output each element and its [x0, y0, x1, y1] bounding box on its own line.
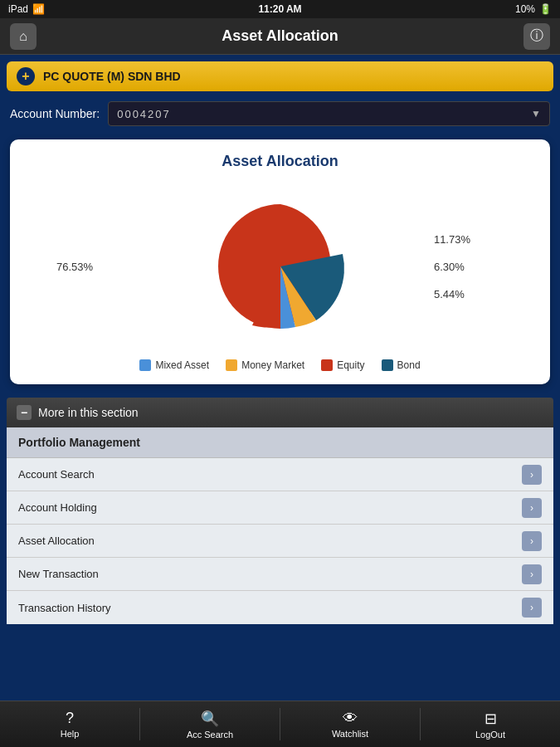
account-search-label: Account Search — [18, 468, 95, 481]
chart-card: Asset Allocation 76.53% — [10, 139, 550, 384]
tab-acc-search[interactable]: 🔍 Acc Search — [140, 701, 280, 747]
legend-label-bond: Bond — [397, 359, 421, 371]
transaction-history-label: Transaction History — [18, 602, 111, 614]
chevron-right-icon: › — [522, 465, 542, 485]
money-market-percent-label: 6.30% — [434, 261, 470, 273]
chart-title: Asset Allocation — [23, 153, 537, 170]
pie-chart-svg — [197, 192, 363, 341]
legend-mixed-asset: Mixed Asset — [139, 359, 209, 371]
battery-icon: 🔋 — [539, 3, 552, 15]
account-number: 0004207 — [117, 108, 171, 120]
portfolio-item-account-holding[interactable]: Account Holding › — [7, 491, 553, 525]
portfolio-item-transaction-history[interactable]: Transaction History › — [7, 591, 553, 624]
status-right: 10% 🔋 — [515, 3, 552, 15]
legend-color-equity — [321, 359, 333, 371]
pie-label-left: 76.53% — [56, 261, 93, 273]
company-name: PC QUOTE (M) SDN BHD — [43, 70, 181, 83]
tab-logout[interactable]: ⊟ LogOut — [421, 701, 560, 747]
logout-icon: ⊟ — [485, 710, 497, 728]
tab-acc-search-label: Acc Search — [187, 730, 233, 740]
legend-color-money-market — [226, 359, 237, 371]
account-label: Account Number: — [10, 107, 100, 120]
portfolio-section: Portfolio Management Account Search › Ac… — [7, 427, 553, 624]
home-button[interactable]: ⌂ — [10, 23, 37, 50]
account-holding-label: Account Holding — [18, 501, 97, 514]
equity-percent-label: 76.53% — [56, 261, 93, 273]
add-icon: + — [17, 67, 35, 85]
legend-color-bond — [382, 359, 393, 371]
tab-watchlist-label: Watchlist — [332, 729, 368, 739]
legend-label-mixed-asset: Mixed Asset — [155, 359, 209, 371]
pie-chart-area: 76.53% 11.73% 6.30% 5.44% — [23, 183, 537, 349]
legend-bond: Bond — [382, 359, 421, 371]
page-title: Asset Allocation — [37, 27, 523, 45]
info-icon: ⓘ — [530, 27, 543, 45]
tab-help[interactable]: ? Help — [0, 701, 139, 747]
more-section-label: More in this section — [38, 406, 139, 419]
chevron-right-icon-5: › — [522, 598, 542, 618]
info-button[interactable]: ⓘ — [523, 23, 550, 50]
mixed-asset-percent-label: 5.44% — [434, 288, 470, 300]
chart-container: Asset Allocation 76.53% — [0, 133, 560, 391]
bottom-tab-bar: ? Help 🔍 Acc Search 👁 Watchlist ⊟ LogOut — [0, 701, 560, 747]
legend-equity: Equity — [321, 359, 364, 371]
home-icon: ⌂ — [19, 29, 27, 44]
portfolio-header: Portfolio Management — [7, 427, 553, 458]
chevron-right-icon-4: › — [522, 564, 542, 584]
more-section-header[interactable]: − More in this section — [7, 398, 553, 427]
status-bar: iPad 📶 11:20 AM 10% 🔋 — [0, 0, 560, 18]
chevron-right-icon-3: › — [522, 531, 542, 551]
tab-logout-label: LogOut — [475, 730, 505, 740]
legend-color-mixed-asset — [139, 359, 151, 371]
bond-percent-label: 11.73% — [434, 233, 470, 246]
status-time: 11:20 AM — [258, 3, 301, 15]
chart-legend: Mixed Asset Money Market Equity Bond — [23, 359, 537, 371]
device-name: iPad — [8, 3, 28, 15]
collapse-icon: − — [17, 405, 32, 420]
tab-watchlist[interactable]: 👁 Watchlist — [280, 701, 420, 747]
company-banner[interactable]: + PC QUOTE (M) SDN BHD — [7, 61, 553, 91]
search-icon: 🔍 — [201, 710, 219, 728]
portfolio-item-account-search[interactable]: Account Search › — [7, 458, 553, 491]
pie-labels-right: 11.73% 6.30% 5.44% — [434, 233, 470, 300]
battery-text: 10% — [515, 3, 535, 15]
chevron-right-icon-2: › — [522, 498, 542, 518]
new-transaction-label: New Transaction — [18, 568, 99, 580]
tab-help-label: Help — [61, 729, 80, 739]
portfolio-item-asset-allocation[interactable]: Asset Allocation › — [7, 525, 553, 558]
account-row: Account Number: 0004207 ▼ — [0, 98, 560, 133]
legend-label-money-market: Money Market — [241, 359, 304, 371]
help-icon: ? — [66, 710, 74, 727]
wifi-icon: 📶 — [32, 3, 45, 15]
legend-label-equity: Equity — [337, 359, 364, 371]
account-dropdown[interactable]: 0004207 ▼ — [108, 101, 550, 126]
equity-fill — [218, 204, 280, 329]
eye-icon: 👁 — [343, 710, 358, 727]
dropdown-arrow-icon: ▼ — [531, 108, 541, 120]
status-left: iPad 📶 — [8, 3, 45, 15]
top-nav-bar: ⌂ Asset Allocation ⓘ — [0, 18, 560, 55]
portfolio-item-new-transaction[interactable]: New Transaction › — [7, 558, 553, 591]
asset-allocation-label: Asset Allocation — [18, 535, 95, 547]
legend-money-market: Money Market — [226, 359, 304, 371]
